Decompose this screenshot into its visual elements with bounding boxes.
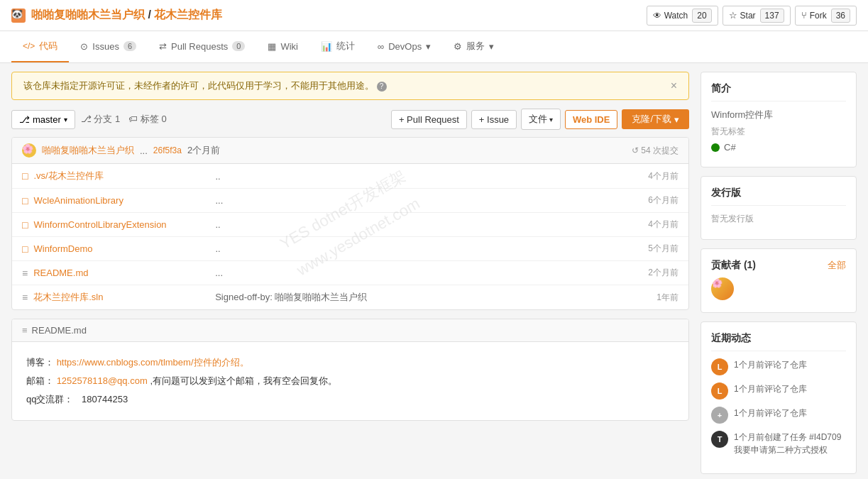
sidebar-release: 发行版 暂无发行版: [701, 176, 857, 240]
file-link[interactable]: WinformControlLibraryExtension: [33, 219, 204, 230]
org-link[interactable]: 啪啪复啪啪木兰当户织: [31, 9, 145, 21]
readme-title: README.md: [32, 325, 87, 336]
repo-toolbar: ⎇ master ⎇ 分支 1 🏷 标签 0 + Pull Request + …: [11, 109, 689, 130]
alert-text: 该仓库未指定开源许可证，未经作者的许可，此代码仅用于学习，不能用于其他用途。 ?: [23, 79, 387, 92]
file-row: ≡ 花木兰控件库.sln Signed-off-by: 啪啪复啪啪木兰当户织 1…: [12, 285, 688, 309]
activity-avatar: T: [711, 431, 728, 448]
license-alert: 该仓库未指定开源许可证，未经作者的许可，此代码仅用于学习，不能用于其他用途。 ?…: [11, 72, 689, 100]
branch-selector[interactable]: ⎇ master: [11, 110, 75, 129]
main-content: 该仓库未指定开源许可证，未经作者的许可，此代码仅用于学习，不能用于其他用途。 ?…: [0, 63, 868, 479]
tab-wiki[interactable]: ▦ Wiki: [256, 33, 309, 62]
activity-text: 1个月前评论了仓库: [734, 407, 846, 419]
title-separator: /: [148, 9, 150, 21]
folder-icon: □: [22, 243, 28, 255]
readme-email-link[interactable]: 1252578118@qq.com: [57, 375, 148, 386]
file-link[interactable]: README.md: [33, 268, 204, 278]
sidebar-contributors: 贡献者 (1) 全部 🌸: [701, 248, 857, 313]
toolbar-actions: + Pull Request + Issue 文件 Web IDE 克隆/下载 …: [391, 109, 689, 130]
webide-button[interactable]: Web IDE: [565, 110, 618, 129]
star-button[interactable]: Star 137: [723, 6, 791, 26]
activity-avatar: +: [711, 407, 728, 424]
nav-tabs: </> 代码 ⊙ Issues 6 ⇄ Pull Requests 0 ▦ Wi…: [0, 31, 868, 63]
fork-button[interactable]: Fork 36: [795, 6, 857, 26]
file-link[interactable]: 花木兰控件库.sln: [33, 291, 204, 304]
release-desc: 暂无发行版: [711, 213, 846, 225]
clone-chevron-icon: ▾: [674, 114, 679, 125]
commit-author-link[interactable]: 啪啪复啪啪木兰当户织: [42, 144, 134, 157]
tab-code[interactable]: </> 代码: [11, 31, 69, 62]
file-commit-msg: ..: [204, 171, 648, 182]
file-time: 1年前: [657, 292, 679, 304]
file-row: □ WinformDemo .. 5个月前: [12, 237, 688, 261]
pr-icon: ⇄: [159, 41, 167, 52]
file-commit-msg: ..: [204, 243, 648, 254]
fork-icon: [801, 10, 807, 21]
file-table: 🌸 啪啪复啪啪木兰当户织 ... 26f5f3a 2个月前 ↺ 54 次提交 □…: [11, 137, 689, 310]
lang-dot: [711, 143, 720, 152]
file-commit-msg: ...: [204, 268, 648, 278]
file-link[interactable]: .vs/花木兰控件库: [33, 170, 204, 182]
repo-link[interactable]: 花木兰控件库: [154, 9, 222, 21]
file-link[interactable]: WinformDemo: [33, 243, 204, 254]
activity-item: L 1个月前评论了仓库: [711, 382, 846, 400]
intro-lang: C#: [711, 142, 846, 153]
contrib-avatar-1[interactable]: 🌸: [711, 277, 734, 300]
folder-icon: □: [22, 219, 28, 231]
pull-request-button[interactable]: + Pull Request: [391, 110, 467, 129]
watch-count: 20: [692, 9, 711, 23]
file-link[interactable]: WcleAnimationLibrary: [33, 195, 204, 206]
readme-blog-link[interactable]: https://www.cnblogs.com/tlmbem/控件的介绍。: [57, 357, 249, 368]
readme-qq: qq交流群： 180744253: [26, 390, 674, 409]
service-icon: ⚙: [454, 41, 462, 52]
issue-icon: ⊙: [80, 41, 88, 52]
file-time: 5个月前: [648, 243, 679, 255]
tab-pullrequests[interactable]: ⇄ Pull Requests 0: [148, 33, 256, 62]
help-icon[interactable]: ?: [377, 82, 387, 92]
devops-icon: ∞: [378, 41, 384, 52]
tab-stats[interactable]: 📊 统计: [309, 31, 366, 62]
readme-icon: ≡: [22, 325, 28, 336]
fork-count: 36: [831, 9, 850, 23]
intro-desc: Winform控件库: [711, 109, 846, 121]
file-commit-msg: ..: [204, 219, 648, 230]
devops-chevron-icon: ▾: [426, 41, 431, 52]
issue-button[interactable]: + Issue: [471, 110, 517, 129]
contrib-title: 贡献者 (1): [711, 259, 756, 272]
sidebar-activity: 近期动态 L 1个月前评论了仓库 L 1个月前评论了仓库 + 1个月前评论了仓库…: [701, 321, 857, 474]
file-row: □ WinformControlLibraryExtension .. 4个月前: [12, 213, 688, 237]
tab-service[interactable]: ⚙ 服务 ▾: [442, 31, 505, 62]
repo-content: 该仓库未指定开源许可证，未经作者的许可，此代码仅用于学习，不能用于其他用途。 ?…: [11, 72, 689, 479]
activity-item: T 1个月前创建了任务 #I4D709 我要申请第二种方式授权: [711, 431, 846, 456]
commit-time: 2个月前: [187, 144, 220, 157]
readme-email: 邮箱： 1252578118@qq.com ,有问题可以发到这个邮箱，我有空会回…: [26, 372, 674, 390]
commit-hash-link[interactable]: 26f5f3a: [153, 145, 182, 155]
header-actions: Watch 20 Star 137 Fork 36: [647, 6, 857, 26]
activity-item: L 1个月前评论了仓库: [711, 358, 846, 375]
clone-download-button[interactable]: 克隆/下载 ▾: [622, 109, 689, 129]
tag-icon: 🏷: [128, 114, 138, 124]
branch-icon-small: ⎇: [81, 114, 92, 124]
tab-issues[interactable]: ⊙ Issues 6: [69, 33, 148, 62]
header-left: 🐼 啪啪复啪啪木兰当户织 / 花木兰控件库: [11, 8, 222, 23]
file-icon: ≡: [22, 268, 28, 279]
file-button[interactable]: 文件: [521, 109, 561, 130]
commit-count: ↺ 54 次提交: [632, 145, 679, 157]
stats-icon: 📊: [321, 41, 332, 52]
commit-message: ...: [140, 145, 148, 156]
readme-header: ≡ README.md: [12, 319, 688, 342]
file-commit-msg: ...: [204, 195, 648, 206]
page-header: 🐼 啪啪复啪啪木兰当户织 / 花木兰控件库 Watch 20 Star 137 …: [0, 0, 868, 31]
commit-author-avatar: 🌸: [22, 143, 36, 158]
contrib-all-link[interactable]: 全部: [828, 259, 846, 272]
commit-icon: ↺: [632, 145, 639, 155]
activity-avatar: L: [711, 382, 728, 400]
code-icon: </>: [23, 41, 35, 51]
release-title: 发行版: [711, 187, 846, 206]
branch-icon: ⎇: [19, 114, 30, 125]
watch-button[interactable]: Watch 20: [647, 6, 718, 26]
readme-blog: 博客： https://www.cnblogs.com/tlmbem/控件的介绍…: [26, 353, 674, 372]
file-icon: ≡: [22, 292, 28, 303]
branch-count: ⎇ 分支 1: [81, 113, 120, 126]
alert-close-button[interactable]: ×: [671, 79, 677, 92]
tab-devops[interactable]: ∞ DevOps ▾: [366, 33, 442, 62]
